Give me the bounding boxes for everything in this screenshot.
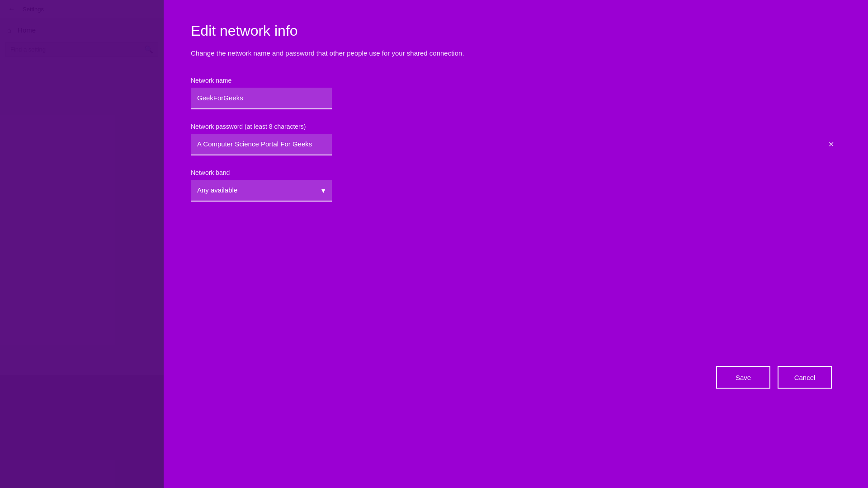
overlay: Edit network info Change the network nam… [0,0,868,488]
save-button[interactable]: Save [716,366,770,389]
network-band-select[interactable]: Any available 2.4 GHz 5 GHz [191,180,332,202]
network-name-field-wrap [191,88,841,109]
network-band-select-wrap: Any available 2.4 GHz 5 GHz ▼ [191,180,332,202]
modal-description: Change the network name and password tha… [191,48,841,59]
edit-network-modal: Edit network info Change the network nam… [164,0,868,488]
network-password-field-wrap: ✕ [191,134,841,155]
clear-password-button[interactable]: ✕ [826,139,836,150]
network-name-label: Network name [191,77,841,84]
modal-buttons: Save Cancel [716,366,832,389]
network-password-input[interactable] [191,134,332,155]
network-name-input[interactable] [191,88,332,109]
network-band-label: Network band [191,169,841,176]
modal-title: Edit network info [191,23,841,39]
network-password-label: Network password (at least 8 characters) [191,123,841,130]
cancel-button[interactable]: Cancel [778,366,832,389]
